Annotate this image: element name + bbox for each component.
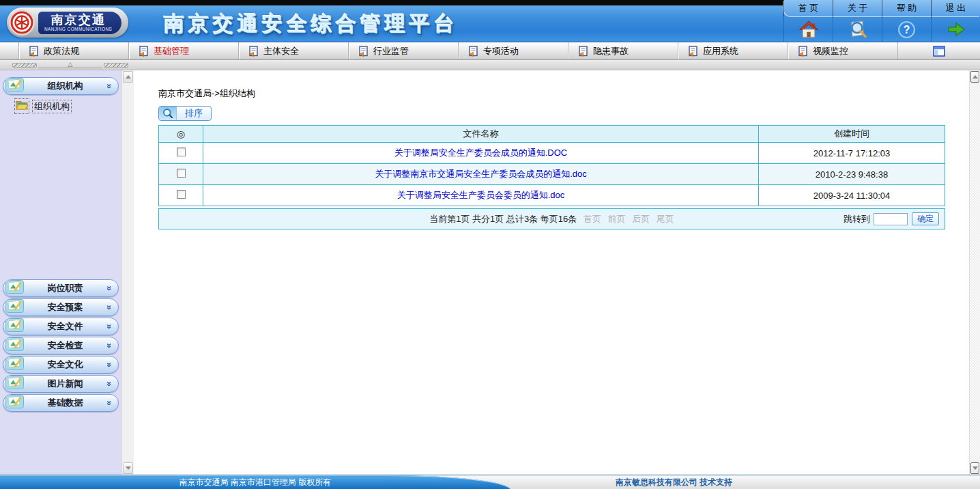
footer-support: 南京敏思科技有限公司 技术支持 [616, 475, 732, 489]
sidebar-section-safety-documents[interactable]: 安全文件 » [3, 318, 119, 335]
menu-about[interactable]: 关 于 [833, 0, 882, 16]
scroll-up-button[interactable] [970, 71, 979, 83]
sidebar-item-organization[interactable]: 组织机构 [15, 99, 121, 113]
scroll-down-button[interactable] [970, 462, 979, 474]
header-top-strip [0, 0, 785, 5]
file-link[interactable]: 关于调整局安全生产委员会委员的通知.doc [397, 190, 565, 200]
sidebar-section-organization[interactable]: 组织机构 » [3, 77, 119, 95]
triangle-up-icon [126, 75, 131, 79]
logo: 南京交通 NANJING COMMUNICATIONS [7, 8, 128, 38]
hatch-right [104, 63, 128, 68]
nav-tab-subject-safety[interactable]: 主体安全 [239, 42, 349, 59]
document-icon [578, 46, 588, 57]
menu-home[interactable]: 首 页 [783, 0, 833, 16]
confirm-button[interactable]: 确定 [912, 212, 939, 225]
photo-pencil-icon [5, 78, 24, 94]
created-cell: 2009-3-24 11:30:04 [759, 185, 945, 206]
sidebar-scrollbar[interactable] [121, 70, 134, 475]
files-table: ◎ 文件名称 创建时间 关于调整局安全生产委员会成员的通知.DOC 2012-1… [158, 125, 945, 206]
nav-tab-basic-management[interactable]: 基础管理 [129, 42, 239, 59]
created-time: 2010-2-23 9:48:38 [816, 169, 888, 180]
breadcrumb: 南京市交通局->组织结构 [158, 87, 969, 100]
nav-spacer [0, 42, 19, 59]
app-window: 南京交通 NANJING COMMUNICATIONS 南京交通安全综合管理平台… [0, 0, 980, 489]
filename-cell: 关于调整南京市交通局安全生产委员会成员的通知.doc [203, 164, 759, 185]
document-icon [798, 46, 808, 57]
filename-cell: 关于调整局安全生产委员会成员的通知.DOC [203, 143, 759, 164]
app-header: 南京交通 NANJING COMMUNICATIONS 南京交通安全综合管理平台… [0, 0, 980, 42]
pagination-summary: 当前第1页 共分1页 总计3条 每页16条 [429, 214, 577, 224]
file-link[interactable]: 关于调整南京市交通局安全生产委员会成员的通知.doc [375, 169, 587, 179]
sidebar-section-job-duties[interactable]: 岗位职责 » [3, 279, 119, 297]
file-link[interactable]: 关于调整局安全生产委员会成员的通知.DOC [394, 148, 568, 158]
photo-pencil-icon [5, 299, 24, 316]
exit-icon[interactable] [931, 16, 980, 42]
nav-tab-hazards-accidents[interactable]: 隐患事故 [568, 42, 678, 59]
photo-pencil-icon [5, 376, 24, 392]
main-nav: 政策法规 基础管理 主体安全 行业监管 专项活动 隐患事故 应用系统 视频监控 [0, 42, 980, 60]
photo-pencil-icon [5, 318, 24, 335]
document-icon [248, 46, 259, 57]
nav-tab-label: 应用系统 [703, 45, 738, 57]
sidebar-section-basic-data[interactable]: 基础数据 » [3, 394, 119, 412]
sidebar-section-safety-plans[interactable]: 安全预案 » [3, 298, 119, 316]
home-icon[interactable] [783, 16, 833, 42]
filename-cell: 关于调整局安全生产委员会委员的通知.doc [203, 185, 759, 206]
sidebar-section-safety-culture[interactable]: 安全文化 » [3, 356, 119, 374]
sidebar-section-safety-inspection[interactable]: 安全检查 » [3, 337, 119, 354]
menu-help[interactable]: 帮 助 [882, 0, 931, 16]
help-icon[interactable]: ? [882, 16, 931, 42]
scroll-down-button[interactable] [123, 462, 133, 474]
main-scrollbar[interactable] [969, 70, 980, 475]
jump-page-input[interactable] [874, 213, 908, 225]
chevron-down-icon: » [105, 343, 112, 348]
prev-page-link[interactable]: 前页 [608, 214, 626, 224]
pagination-bar: 当前第1页 共分1页 总计3条 每页16条 首页 前页 后页 尾页 跳转到 确定 [158, 208, 945, 229]
menu-exit[interactable]: 退 出 [931, 0, 980, 16]
document-icon [358, 46, 369, 57]
photo-pencil-icon [5, 337, 24, 354]
nav-tab-policy[interactable]: 政策法规 [19, 42, 129, 59]
next-page-link[interactable]: 后页 [632, 214, 650, 224]
row-checkbox[interactable] [177, 148, 186, 156]
logo-name-en: NANJING COMMUNICATIONS [44, 27, 112, 32]
nav-window-icon[interactable] [898, 42, 980, 59]
checkbox-cell [159, 143, 203, 164]
sidebar-section-label: 安全检查 [24, 339, 106, 352]
select-all-header[interactable]: ◎ [159, 126, 203, 143]
top-menu: 首 页 关 于 帮 助 退 出 [783, 0, 980, 42]
sidebar-top-group: 组织机构 » 组织机构 [0, 70, 121, 113]
photo-pencil-icon [5, 395, 24, 411]
folder-open-icon [15, 99, 29, 113]
footer-copyright: 南京市交通局 南京市港口管理局 版权所有 [179, 477, 332, 488]
chevron-down-icon: » [105, 400, 112, 405]
nav-tab-label: 行业监管 [373, 45, 409, 57]
nav-tab-label: 隐患事故 [593, 45, 629, 57]
first-page-link[interactable]: 首页 [583, 214, 601, 224]
collapse-arrow-icon: △ [68, 61, 73, 68]
collapse-dip: △ [38, 62, 102, 68]
last-page-link[interactable]: 尾页 [657, 214, 674, 224]
body: 组织机构 » 组织机构 岗位职责 » 安全预案 [0, 70, 980, 475]
photo-pencil-icon [5, 357, 24, 373]
nav-tab-application-systems[interactable]: 应用系统 [678, 42, 788, 59]
row-checkbox[interactable] [177, 169, 186, 178]
sidebar-section-label: 岗位职责 [24, 282, 106, 294]
triangle-down-icon [972, 466, 978, 470]
created-time: 2009-3-24 11:30:04 [813, 191, 891, 201]
chevron-down-icon: » [105, 381, 112, 386]
svg-text:?: ? [904, 24, 910, 36]
sidebar-section-photo-news[interactable]: 图片新闻 » [3, 375, 119, 393]
sort-button[interactable]: 排序 [158, 106, 212, 121]
logo-text: 南京交通 NANJING COMMUNICATIONS [38, 12, 121, 34]
about-icon[interactable] [833, 16, 882, 42]
page-title: 南京交通安全综合管理平台 [164, 10, 459, 38]
sidebar-collapse-handle[interactable]: △ [12, 61, 128, 69]
nav-tab-special-activities[interactable]: 专项活动 [459, 42, 568, 59]
row-checkbox[interactable] [177, 190, 186, 199]
main-content: 南京市交通局->组织结构 排序 ◎ 文件名称 创建时间 关于调整局安全生产委员会… [134, 70, 969, 475]
nav-tab-video-monitoring[interactable]: 视频监控 [788, 42, 898, 59]
checkbox-cell [159, 185, 203, 206]
scroll-up-button[interactable] [123, 71, 133, 83]
nav-tab-industry-supervision[interactable]: 行业监管 [349, 42, 459, 59]
